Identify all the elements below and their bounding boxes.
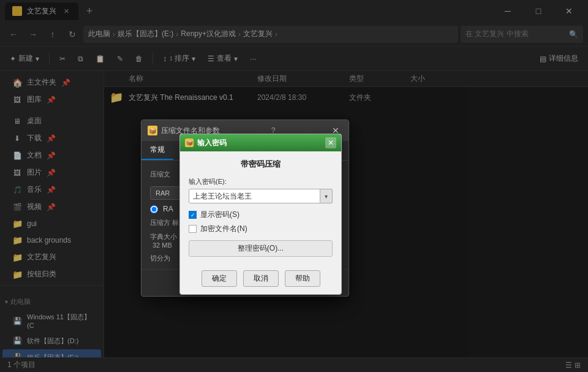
pwd-body: 带密码压缩 输入密码(E): ▾ 显示密码(S) 加密文件名(N) 整理密码(O… [180,151,341,270]
pwd-manage-button[interactable]: 整理密码(O)... [189,240,333,257]
compress-title-icon: 📦 [148,126,157,135]
pwd-input-label: 输入密码(E): [189,177,333,186]
compress-size-label: 压缩方 [150,219,170,226]
pwd-encrypt-checkbox[interactable] [189,225,197,233]
pwd-heading: 带密码压缩 [189,159,333,170]
pwd-show-checkbox[interactable] [189,211,197,219]
pwd-footer: 确定 取消 帮助 [180,270,341,294]
pwd-input-row: ▾ [189,189,333,203]
pwd-confirm-button[interactable]: 确定 [202,270,237,287]
pwd-show-label: 显示密码(S) [200,210,239,220]
pwd-cancel-button[interactable]: 取消 [243,270,279,287]
compress-tab-general[interactable]: 常规 [141,141,173,160]
compress-split-label: 切分为 [150,254,170,262]
compress-dict-value: 32 MB [153,241,172,249]
pwd-encrypt-label: 加密文件名(N) [200,224,247,234]
pwd-encrypt-filename-row[interactable]: 加密文件名(N) [189,224,333,234]
pwd-close-button[interactable]: ✕ [325,137,336,148]
pwd-input-field[interactable] [189,189,320,203]
pwd-help-button[interactable]: 帮助 [285,270,320,287]
password-dialog: 📦 输入密码 ✕ 带密码压缩 输入密码(E): ▾ 显示密码(S) 加密文件名(… [179,134,342,295]
pwd-title-icon: 📦 [185,139,194,147]
pwd-show-password-row[interactable]: 显示密码(S) [189,210,333,220]
pwd-title-label: 输入密码 [197,138,322,148]
compress-dict-label: 字典大小 [150,233,177,240]
compress-radio-label: RA [163,205,173,213]
pwd-title-bar: 📦 输入密码 ✕ [180,134,341,151]
compress-radio-button[interactable] [150,205,158,213]
pwd-dropdown-button[interactable]: ▾ [320,189,333,203]
